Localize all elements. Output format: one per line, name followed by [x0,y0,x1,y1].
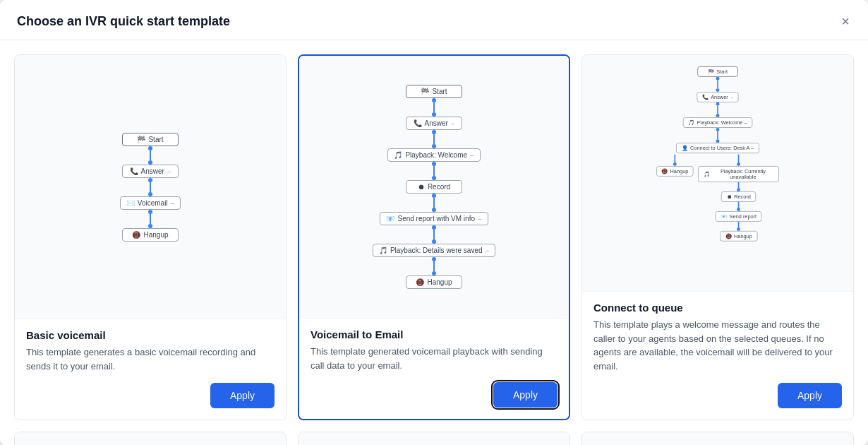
template-card-basic-voicemail: 🏁 Start 📞 Answer – [14,54,287,420]
connector [432,130,436,148]
card-diagram-partial: 🏁 Start [582,432,853,445]
voicemail-icon: ✉️ [126,199,135,207]
flow-node-start: 🏁 Start [406,85,462,98]
line [433,134,435,144]
card-diagram: 🏁 Start 📞 Answer – [299,56,569,318]
flow-node-connect-users: 👤 Connect to Users: Desk A – [676,143,759,153]
record-icon: ⏺ [418,183,425,191]
line [150,150,151,160]
hangup-icon: 📵 [725,233,732,239]
send-icon: 📧 [721,213,727,219]
template-card-partial-2: 🏁 Start [298,432,570,445]
flow-diagram: 🏁 Start 📞 Answer – [373,85,495,289]
flow-node-hangup-right: 📵 Hangup [720,231,757,242]
hangup-icon: 📵 [132,231,140,239]
apply-button-voicemail-to-email[interactable]: Apply [493,382,557,408]
connector [432,98,436,117]
line [150,182,151,192]
modal: Choose an IVR quick start template × 🏁 S… [0,0,868,445]
flow-node-hangup: 📵 Hangup [406,275,462,289]
dot [148,192,152,196]
flow-node-start: 🏁 Start [697,66,737,77]
apply-button-connect-to-queue[interactable]: Apply [778,383,842,408]
answer-icon: 📞 [414,119,422,127]
card-footer: Connect to queue This template plays a w… [582,291,853,420]
templates-grid: 🏁 Start 📞 Answer – [14,54,854,445]
connector [716,128,720,143]
users-icon: 👤 [682,146,688,151]
start-icon: 🏁 [137,136,145,143]
send-icon: 📧 [386,215,394,222]
flow-node-answer: 📞 Answer – [697,92,738,102]
connector [148,146,152,165]
flow-node-hangup: 📵 Hangup [122,228,179,242]
template-card-voicemail-to-email: 🏁 Start 📞 Answer – [298,54,570,420]
card-diagram-partial: 🏁 Start [299,432,569,445]
apply-button-basic-voicemail[interactable]: Apply [210,383,275,408]
card-title: Connect to queue [593,302,842,314]
card-desc: This template generates a basic voicemai… [26,345,275,373]
flow-diagram: 🏁 Start 📞 Answer – [120,133,181,242]
card-footer: Basic voicemail This template generates … [15,319,286,420]
flow-node-voicemail: ✉️ Voicemail – [120,196,181,210]
card-diagram-queue: 🏁 Start 📞 Answer [582,55,853,291]
line [433,261,435,271]
answer-icon: 📞 [130,167,138,175]
flow-node-start: 🏁 Start [122,133,179,146]
flow-node-answer: 📞 Answer – [406,117,462,130]
playback2-icon: 🎵 [704,171,710,177]
answer-icon: 📞 [702,94,709,100]
flow-node-playback-unavailable: 🎵 Playback: Currently unavailable [698,166,779,182]
card-desc: This template plays a welcome message an… [593,318,842,373]
flow-diagram-queue: 🏁 Start 📞 Answer [616,66,820,242]
flow-node-send-report-branch: 📧 Send report [716,211,762,222]
flow-node-record: ⏺ Record [406,180,462,194]
line [150,214,151,224]
flow-node-record-branch: ⏺ Record [721,191,756,202]
flow-node-hangup-branch: 📵 Hangup [656,166,694,177]
flow-node-send-report: 📧 Send report with VM info – [380,212,488,225]
playback-icon: 🎵 [688,119,694,125]
connector [432,225,436,244]
connector [432,194,436,212]
playback2-icon: 🎵 [379,247,387,254]
flow-node-playback-details: 🎵 Playback: Details were saved – [373,244,495,257]
connector [148,178,152,196]
line [433,230,435,239]
card-title: Voicemail to Email [311,328,557,340]
flow-node-playback-welcome: 🎵 Playback: Welcome – [683,117,752,128]
record-icon: ⏺ [727,194,732,199]
connector [716,102,720,117]
flow-node-playback-welcome: 🎵 Playback: Welcome – [387,148,480,162]
template-card-connect-to-queue: 🏁 Start 📞 Answer [581,54,854,420]
card-diagram: 🏁 Start 📞 Answer – [15,55,286,319]
dot [148,224,152,228]
playback-icon: 🎵 [394,151,402,159]
line [717,81,718,88]
dot [148,160,152,165]
line [717,131,718,139]
modal-body: 🏁 Start 📞 Answer – [0,40,868,445]
flow-node-answer: 📞 Answer – [122,165,179,178]
connector [432,257,436,275]
line [433,198,435,208]
start-icon: 🏁 [708,69,714,74]
template-card-partial-3: 🏁 Start [581,432,854,445]
connector [716,77,720,92]
connector [148,210,152,228]
hangup-icon: 📵 [416,278,424,286]
template-card-partial-1: 🏁 Start [14,432,287,445]
close-button[interactable]: × [840,13,851,30]
line [433,166,435,176]
connector [432,162,436,180]
hangup-icon: 📵 [661,168,668,174]
modal-title: Choose an IVR quick start template [17,14,230,29]
modal-header: Choose an IVR quick start template × [0,0,868,40]
start-icon: 🏁 [421,88,429,95]
card-title: Basic voicemail [26,329,275,341]
card-footer: Voicemail to Email This template generat… [299,318,569,419]
card-desc: This template generated voicemail playba… [311,345,557,372]
line [433,102,435,112]
line [717,106,718,114]
card-diagram-partial: 🏁 Start [15,432,286,445]
